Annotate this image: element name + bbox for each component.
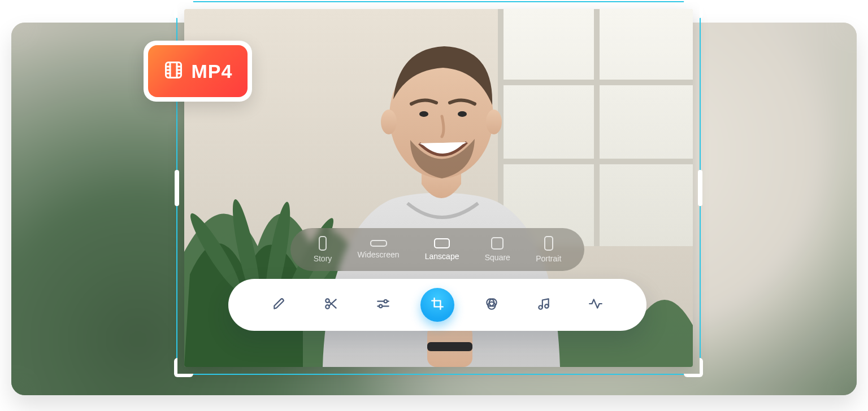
aspect-option-portrait[interactable]: Portrait xyxy=(536,236,561,263)
story-shape-icon xyxy=(319,236,327,251)
crop-handle-top-left[interactable] xyxy=(174,0,193,18)
widescreen-shape-icon xyxy=(370,240,387,247)
aspect-label: Story xyxy=(314,254,332,263)
tool-effects[interactable] xyxy=(581,290,610,320)
crop-handle-left[interactable] xyxy=(175,170,179,206)
tool-audio[interactable] xyxy=(529,290,558,320)
svg-point-34 xyxy=(379,305,382,308)
pencil-icon xyxy=(272,296,287,313)
venn-icon xyxy=(484,296,499,313)
aspect-option-square[interactable]: Square xyxy=(485,237,510,262)
tool-filters[interactable] xyxy=(477,290,506,320)
crop-handle-bottom-left[interactable] xyxy=(174,358,193,377)
film-icon xyxy=(163,60,184,82)
aspect-option-story[interactable]: Story xyxy=(314,236,332,263)
aspect-ratio-popover: Story Widescreen Lanscape Square Portrai… xyxy=(290,228,584,271)
format-label: MP4 xyxy=(192,60,233,82)
portrait-shape-icon xyxy=(544,236,553,251)
tool-draw[interactable] xyxy=(264,290,294,320)
aspect-option-landscape[interactable]: Lanscape xyxy=(425,238,459,261)
tool-trim[interactable] xyxy=(316,290,346,320)
format-badge: MP4 xyxy=(144,41,252,102)
aspect-label: Lanscape xyxy=(425,252,459,261)
svg-point-32 xyxy=(384,300,387,303)
crop-handle-bottom-right[interactable] xyxy=(684,358,703,377)
crop-handle-right[interactable] xyxy=(698,170,702,206)
editor-toolbar xyxy=(228,279,646,331)
tool-adjust[interactable] xyxy=(368,290,398,320)
square-shape-icon xyxy=(491,237,504,250)
tool-crop[interactable] xyxy=(420,288,454,322)
music-note-icon xyxy=(536,296,551,313)
sliders-icon xyxy=(376,296,390,313)
scissors-icon xyxy=(324,296,338,313)
waveform-icon xyxy=(588,296,603,313)
aspect-label: Widescreen xyxy=(358,250,400,259)
aspect-label: Square xyxy=(485,253,510,262)
crop-handle-top-right[interactable] xyxy=(684,0,703,18)
landscape-shape-icon xyxy=(434,238,450,248)
aspect-option-widescreen[interactable]: Widescreen xyxy=(358,240,400,259)
aspect-label: Portrait xyxy=(536,254,561,263)
crop-icon xyxy=(430,296,445,313)
